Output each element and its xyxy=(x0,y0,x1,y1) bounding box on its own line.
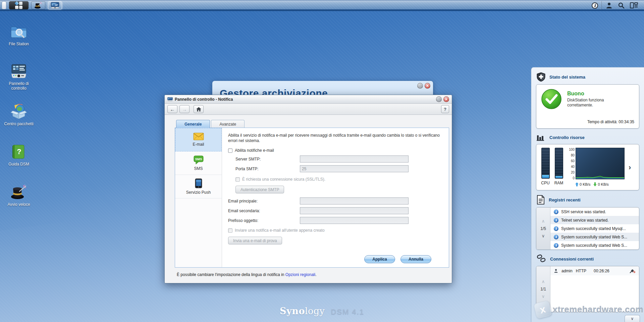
taskbar-control-panel-button[interactable] xyxy=(48,1,62,9)
minimize-button[interactable] xyxy=(436,96,442,102)
secondary-email-label: Email secondaria: xyxy=(228,209,300,213)
subject-prefix-label: Prefisso oggetto: xyxy=(228,218,300,223)
desktop-icon-label: Centro pacchetti xyxy=(4,122,33,126)
sms-icon: SMS xyxy=(193,155,204,165)
network-chart: 100 80 60 40 20 0 xyxy=(567,148,625,181)
dialog-content: E-mail SMS SMS Servizio Push xyxy=(175,128,449,268)
enable-email-label: Abilita notifiche e-mail xyxy=(235,148,274,153)
secondary-email-input[interactable] xyxy=(300,207,409,214)
enable-email-checkbox[interactable] xyxy=(228,148,232,153)
sidebar-item-sms[interactable]: SMS SMS xyxy=(175,151,222,175)
cpu-meter: CPU xyxy=(540,148,550,185)
control-panel-icon xyxy=(51,2,59,9)
smtp-server-input[interactable] xyxy=(300,155,409,163)
subject-prefix-row: Prefisso oggetto: xyxy=(228,217,443,224)
close-icon[interactable]: ✕ xyxy=(443,96,449,102)
connection-row[interactable]: admin HTTP 00:26:26 xyxy=(550,266,639,275)
close-icon[interactable]: ✕ xyxy=(425,83,430,89)
home-button[interactable] xyxy=(194,105,204,113)
upload-speed: 0 KB/s xyxy=(580,182,590,186)
bar-chart-icon xyxy=(537,133,545,141)
taskbar-right-group xyxy=(601,1,642,10)
desktop-icon-label: Guida DSM xyxy=(8,162,29,167)
dsm-version: DSM 4.1 xyxy=(331,308,364,316)
pager-down-icon[interactable]: ∨ xyxy=(542,234,545,238)
sidebar-item-push-service[interactable]: Servizio Push xyxy=(175,175,222,198)
show-desktop-button[interactable] xyxy=(2,1,6,9)
chevron-down-icon: ∨ xyxy=(631,316,634,321)
ssl-label: È richiesta una connessione sicura (SSL/… xyxy=(242,177,325,182)
main-menu-button[interactable] xyxy=(9,1,29,9)
notify-new-user-row: Inviare una notifica e-mail all'utente a… xyxy=(228,228,443,233)
taskbar: i xyxy=(0,0,644,11)
info-icon[interactable]: i xyxy=(592,2,598,9)
connection-protocol: HTTP xyxy=(576,269,586,273)
log-row[interactable]: iSSH service was started. xyxy=(550,208,639,216)
desktop-icon-file-station[interactable]: File Station xyxy=(1,23,36,46)
search-icon[interactable] xyxy=(618,2,625,9)
resource-monitor-expand-chevron[interactable]: › xyxy=(629,163,631,172)
ssl-checkbox[interactable] xyxy=(235,177,240,182)
taskbar-quick-launch-button[interactable] xyxy=(31,1,45,9)
smtp-server-row: Server SMTP: xyxy=(228,155,443,163)
disconnect-icon[interactable] xyxy=(630,269,636,273)
pager-up-icon[interactable]: ∧ xyxy=(542,220,545,223)
desktop-icon-label: Pannello di controllo xyxy=(1,81,36,91)
widgets-panel-icon[interactable] xyxy=(630,2,638,9)
control-panel-desktop-icon xyxy=(10,62,28,80)
recent-logs-card: ∧ 1/5 ∨ iSSH service was started. iTelne… xyxy=(536,207,639,250)
control-panel-notification-dialog: Pannello di controllo - Notifica ✕ ← → ?… xyxy=(164,95,452,283)
widget-title: Registri recenti xyxy=(549,197,581,202)
status-description: DiskStation funziona correttamente. xyxy=(567,98,618,108)
apply-button[interactable]: Applica xyxy=(364,255,395,263)
tab-generale[interactable]: Generale xyxy=(176,120,210,128)
dialog-tabs: Generale Avanzate xyxy=(176,120,245,128)
document-icon xyxy=(537,195,545,204)
log-row[interactable]: iTelnet service was started. xyxy=(550,216,639,224)
upload-arrow-icon xyxy=(575,182,579,186)
tab-avanzate[interactable]: Avanzate xyxy=(211,120,245,128)
svg-text:SMS: SMS xyxy=(195,157,202,161)
back-button[interactable]: ← xyxy=(167,105,177,113)
ram-meter: RAM xyxy=(554,148,564,185)
svg-text:?: ? xyxy=(17,147,21,156)
ssl-checkbox-row: È richiesta una connessione sicura (SSL/… xyxy=(235,177,443,182)
smtp-auth-button[interactable]: Autenticazione SMTP xyxy=(235,186,284,193)
widget-panel: Stato del sistema Buono DiskStation funz… xyxy=(531,67,644,322)
desktop-icon-package-center[interactable]: Centro pacchetti xyxy=(1,103,36,126)
notify-new-user-checkbox[interactable] xyxy=(228,228,232,233)
forward-button[interactable]: → xyxy=(179,105,190,113)
subject-prefix-input[interactable] xyxy=(300,217,409,224)
dsm-branding: Synology DSM 4.1 xyxy=(280,306,364,317)
desktop-icon-quick-start[interactable]: Avvio veloce xyxy=(1,183,36,207)
cancel-button[interactable]: Annulla xyxy=(400,255,431,263)
user-icon[interactable] xyxy=(606,2,612,9)
desktop-icon-dsm-help[interactable]: ? Guida DSM xyxy=(1,143,36,167)
pager-up-icon[interactable]: ∧ xyxy=(542,280,545,283)
regional-options-link[interactable]: Opzioni regionali xyxy=(285,272,315,277)
status-ok-icon xyxy=(541,89,562,109)
pager-down-icon[interactable]: ∨ xyxy=(542,295,545,298)
minimize-button[interactable] xyxy=(417,83,423,89)
dialog-titlebar[interactable]: Pannello di controllo - Notifica ✕ xyxy=(165,95,452,104)
logs-pager: ∧ 1/5 ∨ xyxy=(536,208,550,249)
magic-hat-desktop-icon xyxy=(10,183,28,201)
panel-collapse-tab[interactable]: ∨ xyxy=(625,315,640,322)
primary-email-input[interactable] xyxy=(300,197,409,204)
widget-title: Controllo risorse xyxy=(549,135,585,140)
smtp-port-input[interactable] xyxy=(300,165,409,172)
log-row[interactable]: iSystem successfully started Mysql... xyxy=(550,224,639,233)
notify-new-user-label: Inviare una notifica e-mail all'utente a… xyxy=(235,228,325,233)
desktop-icon-control-panel[interactable]: Pannello di controllo xyxy=(1,62,36,91)
log-list: iSSH service was started. iTelnet servic… xyxy=(550,208,639,249)
info-log-icon: i xyxy=(554,235,558,239)
sidebar-item-label: E-mail xyxy=(193,142,204,147)
log-row[interactable]: iSystem successfully started Web S... xyxy=(550,233,639,241)
dialog-toolbar: ← → ? xyxy=(165,104,452,115)
log-row[interactable]: iSystem successfully started Web S... xyxy=(550,241,639,249)
sidebar-item-email[interactable]: E-mail xyxy=(175,128,222,151)
help-button[interactable]: ? xyxy=(441,105,449,113)
send-test-email-button[interactable]: Invia una e-mail di prova xyxy=(228,237,282,244)
footer-suffix: . xyxy=(315,272,316,277)
cpu-label: CPU xyxy=(541,181,549,185)
